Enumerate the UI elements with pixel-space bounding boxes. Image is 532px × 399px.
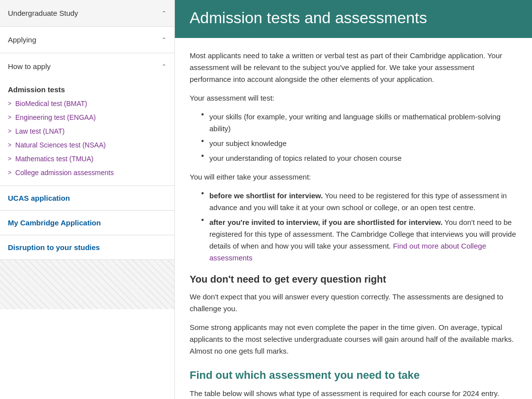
- main-header: Admission tests and assessments: [175, 0, 532, 38]
- section2-heading: You don't need to get every question rig…: [190, 274, 517, 285]
- sidebar-link-college[interactable]: > College admission assessments: [0, 166, 174, 180]
- sidebar-link-engaa[interactable]: > Engineering test (ENGAA): [0, 110, 174, 124]
- chevron-icon-undergraduate: ⌃: [162, 10, 166, 17]
- sidebar-hatch: [0, 260, 174, 309]
- sidebar-link-bmat[interactable]: > BioMedical test (BMAT): [0, 97, 174, 110]
- arrow-icon-tmua: >: [8, 155, 11, 162]
- arrow-icon-nsaa: >: [8, 142, 11, 148]
- list-item-knowledge: your subject knowledge: [201, 138, 517, 149]
- list-item-after: after you're invited to interview, if yo…: [201, 217, 517, 264]
- list-item-before: before we shortlist for interview. You n…: [201, 190, 517, 214]
- main-content: Admission tests and assessments Most app…: [175, 0, 532, 399]
- sidebar-heading-admission: Admission tests: [0, 79, 174, 97]
- sidebar-toggle-applying[interactable]: Applying ⌃: [0, 27, 174, 53]
- sidebar-link-label-college: College admission assessments: [15, 169, 114, 177]
- chevron-icon-applying: ⌃: [162, 36, 166, 43]
- bullet-list-1: your skills (for example, your writing a…: [201, 111, 517, 164]
- before-shortlist-strong: before we shortlist for interview.: [209, 191, 323, 200]
- section3-heading: Find out which assessment you need to ta…: [190, 369, 517, 382]
- sidebar-label-undergraduate: Undergraduate Study: [8, 9, 78, 17]
- sidebar-toggle-howtoapply[interactable]: How to apply ⌃: [0, 53, 174, 79]
- after-invite-strong: after you're invited to interview, if yo…: [209, 218, 442, 226]
- arrow-icon-college: >: [8, 169, 11, 176]
- section2-para2: Some strong applicants may not even comp…: [190, 322, 517, 357]
- para-either: You will either take your assessment:: [190, 171, 517, 183]
- arrow-icon-engaa: >: [8, 114, 11, 121]
- list-item-skills: your skills (for example, your writing a…: [201, 111, 517, 135]
- section2-para1: We don't expect that you will answer eve…: [190, 291, 517, 315]
- sidebar-submenu-howtoapply: Admission tests > BioMedical test (BMAT)…: [0, 79, 174, 185]
- sidebar-link-lnat[interactable]: > Law test (LNAT): [0, 124, 174, 138]
- arrow-icon-bmat: >: [8, 100, 11, 107]
- sidebar-section-applying: Applying ⌃: [0, 27, 174, 53]
- main-body: Most applicants need to take a written o…: [175, 38, 532, 399]
- sidebar-link-label-nsaa: Natural Sciences test (NSAA): [15, 141, 106, 149]
- sidebar-nav-mycambridge[interactable]: My Cambridge Application: [0, 211, 174, 235]
- sidebar-label-applying: Applying: [8, 36, 36, 44]
- page-title: Admission tests and assessments: [190, 9, 517, 27]
- sidebar-link-nsaa[interactable]: > Natural Sciences test (NSAA): [0, 138, 174, 152]
- sidebar-section-undergraduate: Undergraduate Study ⌃: [0, 0, 174, 27]
- chevron-icon-howtoapply: ⌃: [162, 63, 166, 70]
- sidebar-link-label-tmua: Mathematics test (TMUA): [15, 155, 94, 163]
- arrow-icon-lnat: >: [8, 128, 11, 135]
- sidebar-nav-disruption[interactable]: Disruption to your studies: [0, 235, 174, 260]
- sidebar: Undergraduate Study ⌃ Applying ⌃ How to …: [0, 0, 175, 399]
- intro-paragraph-1: Most applicants need to take a written o…: [190, 50, 517, 85]
- sidebar-label-howtoapply: How to apply: [8, 62, 51, 71]
- sidebar-toggle-undergraduate[interactable]: Undergraduate Study ⌃: [0, 0, 174, 26]
- sidebar-section-howtoapply: How to apply ⌃ Admission tests > BioMedi…: [0, 53, 174, 186]
- sidebar-link-label-engaa: Engineering test (ENGAA): [15, 113, 96, 121]
- list-item-understanding: your understanding of topics related to …: [201, 152, 517, 164]
- sidebar-nav-ucas[interactable]: UCAS application: [0, 186, 174, 211]
- sidebar-link-tmua[interactable]: > Mathematics test (TMUA): [0, 152, 174, 166]
- bullet-list-2: before we shortlist for interview. You n…: [201, 190, 517, 264]
- intro-paragraph-2: Your assessment will test:: [190, 92, 517, 104]
- sidebar-link-label-lnat: Law test (LNAT): [15, 127, 65, 135]
- sidebar-link-label-bmat: BioMedical test (BMAT): [15, 100, 87, 108]
- section3-para1: The table below will shows what type of …: [190, 388, 517, 399]
